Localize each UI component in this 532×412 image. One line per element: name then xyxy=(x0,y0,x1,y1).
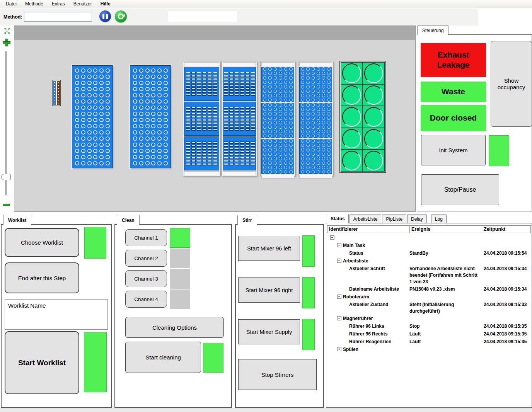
start-mixer-96-right-indicator xyxy=(302,277,315,308)
init-system-indicator xyxy=(489,135,509,166)
menu-item-benutzer[interactable]: Benutzer xyxy=(69,0,96,7)
refresh-icon[interactable] xyxy=(115,10,127,22)
toolbar: Method: xyxy=(0,9,478,26)
tree-row-r-hrer-reagenzien: Rührer ReagenzienLäuft24.04.2018 09:15:3… xyxy=(327,338,531,346)
start-mixer-supply-button[interactable]: Start Mixer Supply xyxy=(238,319,300,344)
channel-4-button[interactable]: Channel 4 xyxy=(125,291,167,308)
menu-item-extras[interactable]: Extras xyxy=(48,0,69,7)
status-tree: −−Main TaskStatusStandBy24.04.2018 09:15… xyxy=(327,234,531,407)
tab-status[interactable]: Status xyxy=(327,214,349,223)
tab-steuerung[interactable]: Steuerung xyxy=(417,26,448,35)
start-cleaning-indicator xyxy=(203,343,223,373)
steuerung-panel: Exhaust Leakage Waste Door closed Show o… xyxy=(417,34,532,211)
tree-row-aktueller-zustand: Aktueller ZustandSteht (Initialisierung … xyxy=(327,301,531,315)
zoom-in-icon[interactable] xyxy=(2,38,10,46)
channel-3-indicator xyxy=(170,269,190,289)
expander-minus-icon[interactable]: − xyxy=(337,259,341,263)
tip-stack-2 xyxy=(222,61,257,176)
channel-1-indicator xyxy=(170,228,190,248)
fit-view-icon[interactable]: ↖↗↙↘ xyxy=(3,27,11,35)
status-column-zeitpunkt: Zeitpunkt xyxy=(482,226,530,233)
toolbar-display-box xyxy=(168,11,237,22)
menu-item-methode[interactable]: Methode xyxy=(21,0,48,7)
method-input[interactable] xyxy=(24,12,92,22)
tree-row-sp-len: +Spülen xyxy=(327,346,531,353)
channel-3-button[interactable]: Channel 3 xyxy=(125,270,167,287)
tree-row-status: StatusStandBy24.04.2018 09:15:54 xyxy=(327,249,531,257)
tab-worklist[interactable]: Worklist xyxy=(3,215,31,225)
zoom-out-icon[interactable] xyxy=(3,204,10,206)
tree-row-aktueller-schritt: Aktueller SchrittVorhandene Arbeitsliste… xyxy=(327,265,531,285)
tab-pipliste[interactable]: PipListe xyxy=(382,215,406,223)
status-table-header: Identifizierer Ereignis Zeitpunkt xyxy=(327,225,531,233)
method-label: Method: xyxy=(3,14,22,20)
tab-stirr[interactable]: Stirr xyxy=(237,215,257,225)
expander-minus-icon[interactable]: − xyxy=(337,316,341,320)
end-after-step-button[interactable]: End after this Step xyxy=(5,262,79,293)
status-tabs: StatusArbeitsListePipListeDelayLog xyxy=(327,214,447,223)
channel-2-button[interactable]: Channel 2 xyxy=(125,250,167,267)
tab-delay[interactable]: Delay xyxy=(407,215,427,223)
tab-clean[interactable]: Clean xyxy=(117,215,140,225)
wellplate-left xyxy=(72,65,113,168)
stop-stirrers-button[interactable]: Stop Stirrers xyxy=(238,359,317,390)
tab-arbeitsliste[interactable]: ArbeitsListe xyxy=(350,215,382,223)
vial-stack-2 xyxy=(298,61,333,176)
wellplate-right xyxy=(130,65,171,168)
tab-log[interactable]: Log xyxy=(431,215,447,223)
status-panel: Identifizierer Ereignis Zeitpunkt −−Main… xyxy=(326,223,532,408)
exhaust-leakage-indicator[interactable]: Exhaust Leakage xyxy=(421,43,486,77)
tree-row-main-task: −Main Task xyxy=(327,242,531,249)
tube-strip xyxy=(52,80,61,106)
stop-pause-button[interactable]: Stop/Pause xyxy=(421,174,499,205)
deck-canvas xyxy=(14,26,416,212)
pause-icon[interactable] xyxy=(99,10,111,22)
channel-4-indicator xyxy=(170,289,190,309)
expander-minus-icon[interactable]: − xyxy=(330,235,334,240)
start-worklist-button[interactable]: Start Worklist xyxy=(5,331,79,394)
tree-row-arbeitsliste: −Arbeitsliste xyxy=(327,257,531,265)
cleaning-options-button[interactable]: Cleaning Options xyxy=(125,317,224,338)
stirr-panel: Start Mixer 96 leftStart Mixer 96 rightS… xyxy=(235,224,324,408)
tree-row-dateiname-arbeitsliste: Dateiname ArbeitslistePN15048 v0.23 .xls… xyxy=(327,285,531,293)
menu-item-datei[interactable]: Datei xyxy=(2,0,21,7)
worklist-panel: Choose Worklist End after this Step Work… xyxy=(1,224,112,408)
tree-row-r-hrer-96-links: Rührer 96 LinksStop24.04.2018 09:15:35 xyxy=(327,322,531,330)
tube-strip-brown xyxy=(57,81,60,105)
waste-indicator[interactable]: Waste xyxy=(421,82,486,102)
channel-2-indicator xyxy=(170,249,190,268)
tree-row-magnetr-hrer: −Magnetrührer xyxy=(327,315,531,322)
zoom-slider-thumb[interactable] xyxy=(1,174,11,180)
choose-worklist-button[interactable]: Choose Worklist xyxy=(5,228,79,257)
deck-top-rail xyxy=(14,26,415,40)
clean-channels: Channel 1Channel 2Channel 3Channel 4 xyxy=(125,228,190,309)
app-window: DateiMethodeExtrasBenutzerHilfe Method: … xyxy=(0,0,532,412)
start-worklist-indicator xyxy=(84,332,107,392)
start-mixer-96-left-indicator xyxy=(302,235,315,267)
start-mixer-96-right-button[interactable]: Start Mixer 96 right xyxy=(238,278,300,303)
expander-minus-icon[interactable]: − xyxy=(337,243,341,247)
tree-row-roboterarm: −Roboterarm xyxy=(327,293,531,301)
clean-panel: Channel 1Channel 2Channel 3Channel 4 Cle… xyxy=(114,224,232,408)
worklist-name-field[interactable]: Worklist Name xyxy=(5,299,108,330)
start-mixer-96-left-button[interactable]: Start Mixer 96 left xyxy=(238,236,300,261)
init-system-button[interactable]: Init System xyxy=(421,135,486,165)
start-cleaning-button[interactable]: Start cleaning xyxy=(125,342,201,373)
show-occupancy-button[interactable]: Show occupancy xyxy=(491,41,532,127)
door-closed-indicator[interactable]: Door closed xyxy=(421,105,486,131)
expander-minus-icon[interactable]: − xyxy=(337,295,341,299)
tree-row-root: − xyxy=(327,234,531,242)
menubar: DateiMethodeExtrasBenutzerHilfe xyxy=(0,0,532,8)
status-column-identifizierer: Identifizierer xyxy=(327,226,410,233)
tip-stack-1 xyxy=(183,61,220,176)
stirr-mixers: Start Mixer 96 leftStart Mixer 96 rightS… xyxy=(238,235,315,350)
status-column-ereignis: Ereignis xyxy=(410,226,482,233)
choose-worklist-indicator xyxy=(84,227,106,259)
vial-stack-1 xyxy=(260,61,295,176)
tube-strip-blue xyxy=(53,81,56,105)
expander-plus-icon[interactable]: + xyxy=(337,347,341,351)
channel-1-button[interactable]: Channel 1 xyxy=(125,229,167,246)
tree-row-r-hrer-96-rechts: Rührer 96 RechtsLäuft24.04.2018 09:15:35 xyxy=(327,330,531,338)
menu-item-hilfe[interactable]: Hilfe xyxy=(96,0,115,7)
status-bar xyxy=(0,409,532,412)
